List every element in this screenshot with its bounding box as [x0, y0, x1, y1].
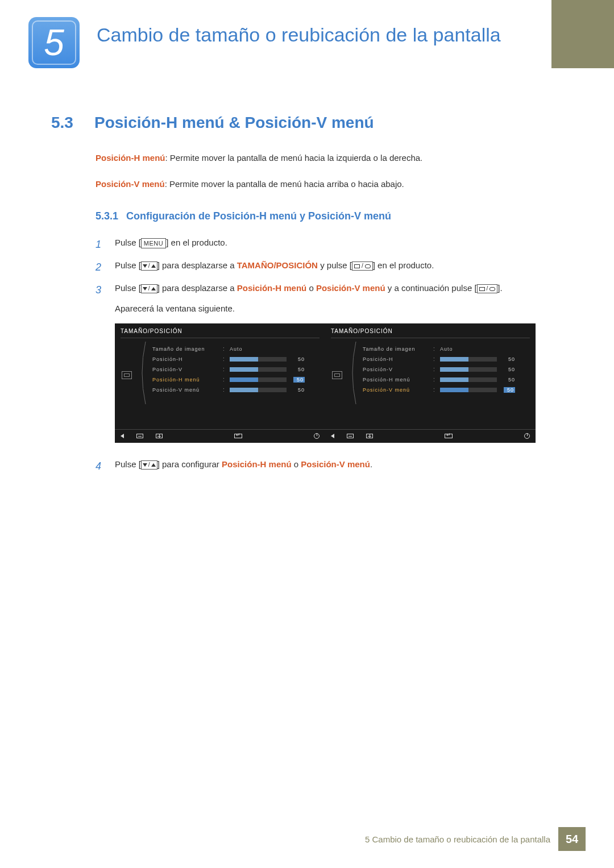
subsection-title: Configuración de Posición-H menú y Posic…: [126, 210, 391, 222]
step-2: 2 Pulse [/] para desplazarse a TAMAÑO/PO…: [96, 258, 563, 277]
osd-row-tamano: Tamaño de imagen:Auto: [152, 344, 320, 354]
step-1: 1 Pulse [MENU] en el producto.: [96, 235, 563, 254]
subsection-number: 5.3.1: [96, 210, 118, 222]
osd-footer-icons: [325, 429, 536, 443]
chapter-header: 5 Cambio de tamaño o reubicación de la p…: [0, 0, 614, 80]
menu-key-icon: MENU: [141, 238, 166, 248]
step-number: 4: [96, 456, 106, 476]
up-down-key-icon: /: [141, 284, 157, 293]
chapter-title: Cambio de tamaño o reubicación de la pan…: [97, 23, 551, 47]
osd-title: TAMAÑO/POSICIÓN: [121, 328, 320, 338]
keyword: Posición-H menú: [237, 283, 307, 293]
keyword: Posición-V menú: [96, 179, 165, 189]
page-content: 5.3 Posición-H menú & Posición-V menú Po…: [0, 80, 614, 476]
up-down-key-icon: /: [141, 261, 157, 271]
back-icon: [121, 434, 124, 438]
minus-icon: [136, 434, 143, 438]
back-icon: [331, 434, 334, 438]
paragraph-posicion-h: Posición-H menú: Permite mover la pantal…: [96, 151, 563, 165]
enter-icon: [234, 434, 242, 438]
osd-title: TAMAÑO/POSICIÓN: [331, 328, 530, 338]
keyword: TAMAÑO/POSICIÓN: [237, 260, 318, 270]
plus-icon: [156, 434, 163, 438]
osd-row-posv: Posición-V:50: [152, 364, 320, 375]
power-icon: [314, 433, 320, 439]
osd-curve-decor: [348, 344, 358, 395]
enter-source-key-icon: /: [477, 284, 498, 293]
osd-category-icon: [121, 344, 133, 395]
osd-footer-icons: [115, 429, 325, 443]
power-icon: [524, 433, 530, 439]
osd-panel-v: TAMAÑO/POSICIÓN Tamaño de imagen:Auto Po…: [325, 323, 536, 443]
section-heading: 5.3 Posición-H menú & Posición-V menú: [51, 114, 563, 132]
up-down-key-icon: /: [141, 460, 157, 470]
step-body: Pulse [MENU] en el producto.: [115, 235, 563, 254]
osd-row-posh: Posición-H:50: [152, 354, 320, 364]
osd-row-posh: Posición-H:50: [363, 354, 530, 364]
osd-curve-decor: [138, 344, 148, 395]
subsection-heading: 5.3.1 Configuración de Posición-H menú y…: [96, 210, 563, 222]
enter-source-key-icon: /: [352, 261, 373, 271]
plus-icon: [366, 434, 373, 438]
osd-row-posh-menu-selected: Posición-H menú:50: [152, 375, 320, 385]
osd-row-posv-menu: Posición-V menú:50: [152, 385, 320, 395]
header-accent-stripe: [551, 0, 614, 68]
step-body: Pulse [/] para desplazarse a Posición-H …: [115, 280, 563, 300]
minus-icon: [347, 434, 354, 438]
footer-chapter-ref: 5 Cambio de tamaño o reubicación de la p…: [365, 834, 558, 844]
step-4: 4 Pulse [/] para configurar Posición-H m…: [96, 456, 563, 476]
step-body: Pulse [/] para configurar Posición-H men…: [115, 456, 563, 476]
enter-icon: [445, 434, 453, 438]
osd-row-posh-menu: Posición-H menú:50: [363, 375, 530, 385]
step-number: 1: [96, 235, 106, 254]
step-body: Pulse [/] para desplazarse a TAMAÑO/POSI…: [115, 258, 563, 277]
osd-row-posv: Posición-V:50: [363, 364, 530, 375]
keyword: Posición-V menú: [301, 459, 370, 469]
page-number: 54: [558, 827, 586, 851]
keyword: Posición-H menú: [96, 153, 165, 163]
steps-list: 1 Pulse [MENU] en el producto. 2 Pulse […: [96, 235, 563, 300]
text: : Permite mover la pantalla de menú haci…: [165, 179, 404, 189]
osd-category-icon: [331, 344, 343, 395]
note-window-appears: Aparecerá la ventana siguiente.: [115, 304, 563, 313]
step-number: 2: [96, 258, 106, 277]
section-title: Posición-H menú & Posición-V menú: [94, 114, 374, 132]
keyword: Posición-V menú: [316, 283, 385, 293]
osd-row-tamano: Tamaño de imagen:Auto: [363, 344, 530, 354]
text: : Permite mover la pantalla de menú haci…: [165, 153, 423, 163]
page-footer: 5 Cambio de tamaño o reubicación de la p…: [0, 827, 614, 851]
chapter-badge: 5: [28, 17, 85, 80]
steps-list-cont: 4 Pulse [/] para configurar Posición-H m…: [96, 456, 563, 476]
step-number: 3: [96, 280, 106, 300]
chapter-number: 5: [44, 24, 64, 61]
osd-panel-h: TAMAÑO/POSICIÓN Tamaño de imagen:Auto Po…: [115, 323, 325, 443]
section-number: 5.3: [51, 114, 85, 132]
paragraph-posicion-v: Posición-V menú: Permite mover la pantal…: [96, 177, 563, 191]
osd-screenshots: TAMAÑO/POSICIÓN Tamaño de imagen:Auto Po…: [115, 323, 563, 443]
keyword: Posición-H menú: [222, 459, 292, 469]
step-3: 3 Pulse [/] para desplazarse a Posición-…: [96, 280, 563, 300]
osd-row-posv-menu-selected: Posición-V menú:50: [363, 385, 530, 395]
